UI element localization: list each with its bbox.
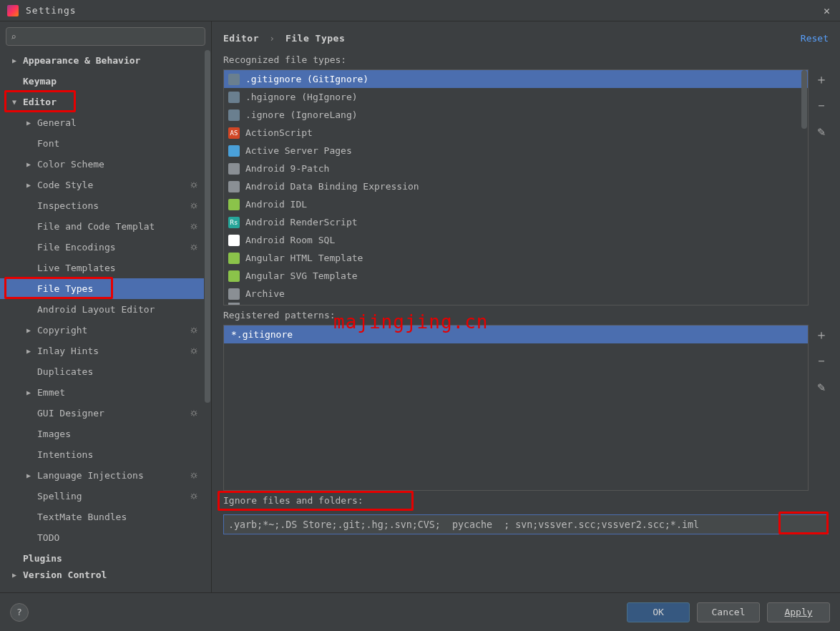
gear-icon: ⛭ — [190, 325, 200, 335]
scrollbar-thumb[interactable] — [205, 50, 210, 403]
tree-label: GUI Designer — [37, 408, 104, 419]
file-type-row[interactable]: ASActionScript — [224, 124, 808, 142]
recognized-label: Recognized file types: — [212, 50, 840, 69]
tree-item[interactable]: File Types — [0, 278, 204, 299]
tree-item[interactable]: ▶General — [0, 112, 204, 133]
remove-icon[interactable]: － — [813, 97, 830, 114]
patterns-list[interactable]: *.gitignore — [223, 325, 809, 491]
tree-label: TODO — [37, 532, 59, 543]
tree-item[interactable]: GUI Designer⛭ — [0, 403, 204, 424]
tree-label: Emmet — [37, 387, 65, 398]
search-icon: ⌕ — [11, 31, 16, 42]
file-type-row[interactable]: .ignore (IgnoreLang) — [224, 106, 808, 124]
tree-item[interactable]: ▶Code Style⛭ — [0, 175, 204, 195]
file-type-icon — [228, 109, 240, 121]
file-type-label: Archive — [245, 288, 285, 299]
file-type-row[interactable]: AspectJ — [224, 303, 808, 305]
scrollbar-thumb[interactable] — [801, 70, 807, 129]
tree-item[interactable]: Intentions — [0, 444, 204, 465]
file-type-row[interactable]: Archive — [224, 285, 808, 303]
pattern-row[interactable]: *.gitignore — [224, 326, 808, 343]
tree-arrow-icon: ▶ — [24, 471, 33, 479]
file-type-icon — [228, 145, 240, 157]
file-type-row[interactable]: Angular HTML Template — [224, 249, 808, 267]
add-icon[interactable]: ＋ — [813, 326, 830, 343]
tree-item[interactable]: ▶Version Control — [0, 569, 204, 581]
tree-item[interactable]: Plugins — [0, 548, 204, 569]
tree-label: Keymap — [23, 76, 57, 87]
tree-label: Language Injections — [37, 470, 144, 481]
file-type-row[interactable]: Angular SVG Template — [224, 267, 808, 285]
file-type-icon — [228, 288, 240, 300]
tree-label: File and Code Templat — [37, 221, 155, 232]
file-type-icon — [228, 181, 240, 192]
tree-label: Font — [37, 138, 59, 149]
gear-icon: ⛭ — [190, 200, 200, 210]
tree-arrow-icon: ▶ — [24, 160, 33, 168]
file-type-row[interactable]: .hgignore (HgIgnore) — [224, 88, 808, 106]
file-type-row[interactable]: .gitignore (GitIgnore) — [224, 70, 808, 88]
tree-label: Color Scheme — [37, 159, 104, 170]
file-types-list[interactable]: .gitignore (GitIgnore).hgignore (HgIgnor… — [223, 69, 809, 305]
tree-arrow-icon: ▶ — [10, 571, 19, 579]
tree-item[interactable]: ▶Language Injections⛭ — [0, 465, 204, 486]
list-scrollbar[interactable] — [801, 70, 808, 305]
gear-icon: ⛭ — [190, 491, 200, 501]
tree-item[interactable]: ▶Copyright⛭ — [0, 320, 204, 341]
cancel-button[interactable]: Cancel — [697, 602, 760, 622]
sidebar-scrollbar[interactable] — [204, 50, 211, 592]
tree-item[interactable]: ▼Editor — [0, 92, 204, 112]
file-type-icon — [228, 270, 240, 282]
tree-item[interactable]: Images — [0, 424, 204, 444]
help-button[interactable]: ? — [10, 603, 29, 622]
file-type-row[interactable]: RsAndroid RenderScript — [224, 213, 808, 231]
file-types-tools: ＋ － ✎ — [809, 69, 834, 305]
tree-item[interactable]: ▶Inlay Hints⛭ — [0, 341, 204, 361]
close-icon[interactable]: ✕ — [818, 4, 836, 17]
file-type-row[interactable]: Android 9-Patch — [224, 160, 808, 177]
tree-item[interactable]: ▶Appearance & Behavior — [0, 50, 204, 71]
reset-link[interactable]: Reset — [801, 33, 829, 44]
file-type-row[interactable]: Android Data Binding Expression — [224, 177, 808, 195]
tree-arrow-icon: ▶ — [24, 119, 33, 127]
file-type-icon — [228, 199, 240, 210]
tree-item[interactable]: Live Templates — [0, 258, 204, 278]
file-type-label: Angular HTML Template — [245, 253, 363, 263]
tree-item[interactable]: Inspections⛭ — [0, 195, 204, 216]
file-type-row[interactable]: Android IDL — [224, 195, 808, 213]
file-type-row[interactable]: Android Room SQL — [224, 231, 808, 249]
apply-label: Apply — [784, 607, 812, 617]
tree-label: File Types — [37, 283, 93, 294]
tree-item[interactable]: File and Code Templat⛭ — [0, 216, 204, 237]
breadcrumb-current: File Types — [285, 33, 345, 44]
tree-item[interactable]: ▶Color Scheme — [0, 154, 204, 175]
file-type-icon — [228, 303, 240, 305]
add-icon[interactable]: ＋ — [813, 71, 830, 88]
ok-button[interactable]: OK — [627, 602, 690, 622]
tree-label: General — [37, 117, 77, 128]
file-type-label: Android IDL — [245, 199, 307, 210]
apply-button[interactable]: Apply — [767, 602, 830, 622]
tree-item[interactable]: Spelling⛭ — [0, 486, 204, 507]
file-type-label: ActionScript — [245, 127, 313, 138]
edit-icon[interactable]: ✎ — [813, 122, 830, 140]
remove-icon[interactable]: － — [813, 352, 830, 369]
tree-label: Images — [37, 429, 71, 439]
file-type-icon — [228, 74, 240, 85]
file-type-label: Angular SVG Template — [245, 270, 358, 281]
tree-item[interactable]: Android Layout Editor — [0, 299, 204, 320]
file-type-row[interactable]: Active Server Pages — [224, 142, 808, 160]
settings-tree[interactable]: ▶Appearance & BehaviorKeymap▼Editor▶Gene… — [0, 50, 204, 592]
tree-item[interactable]: File Encodings⛭ — [0, 237, 204, 258]
search-field[interactable] — [21, 31, 200, 42]
tree-item[interactable]: Font — [0, 133, 204, 154]
search-input[interactable]: ⌕ — [6, 27, 205, 46]
tree-label: Plugins — [23, 553, 62, 564]
ignore-input[interactable] — [223, 514, 829, 534]
tree-item[interactable]: TODO — [0, 527, 204, 548]
tree-item[interactable]: ▶Emmet — [0, 382, 204, 403]
tree-item[interactable]: TextMate Bundles — [0, 507, 204, 527]
edit-icon[interactable]: ✎ — [813, 378, 830, 395]
tree-item[interactable]: Duplicates — [0, 361, 204, 382]
tree-item[interactable]: Keymap — [0, 71, 204, 92]
